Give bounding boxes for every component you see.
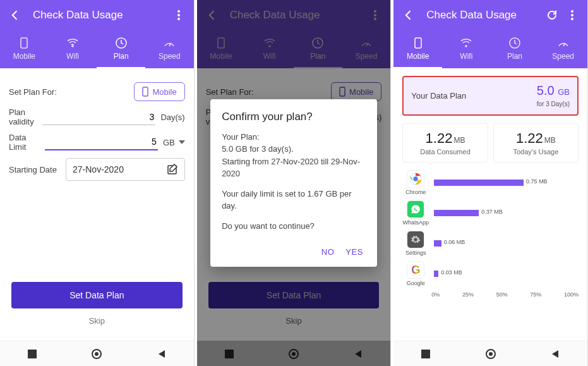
svg-point-0 <box>177 10 180 13</box>
tab-wifi[interactable]: Wifi <box>442 30 491 68</box>
app-row[interactable]: Settings0.06 MB <box>402 231 579 256</box>
skip-button[interactable]: Skip <box>11 308 183 333</box>
dialog-confirm-question: Do you want to continue? <box>222 220 366 233</box>
edit-icon <box>167 164 178 175</box>
stat-consumed: 1.22MB Data Consumed <box>402 123 488 162</box>
dialog-plan-heading: Your Plan: <box>222 131 366 143</box>
tab-plan[interactable]: Plan <box>97 30 145 68</box>
set-data-plan-button[interactable]: Set Data Plan <box>11 282 183 308</box>
dialog-range-line: Starting from 27-Nov-2020 till 29-Nov-20… <box>222 156 366 180</box>
svg-rect-6 <box>143 87 148 96</box>
stat-today: 1.22MB Today's Usage <box>493 123 579 162</box>
tab-mobile[interactable]: Mobile <box>393 30 442 68</box>
chart-axis: 0%25%50%75%100% <box>402 291 579 298</box>
nav-back-icon[interactable] <box>156 348 167 360</box>
overflow-icon[interactable] <box>565 8 580 23</box>
svg-point-22 <box>571 14 573 16</box>
tab-mobile[interactable]: Mobile <box>0 30 49 68</box>
svg-point-4 <box>72 46 73 47</box>
screen-plan-form: Check Data Usage Mobile Wifi Plan Speed … <box>0 0 195 366</box>
plan-icon <box>115 37 128 49</box>
plan-target-chip[interactable]: Mobile <box>134 82 184 101</box>
svg-rect-29 <box>421 350 430 358</box>
data-limit-input[interactable] <box>45 134 158 150</box>
screen-mobile-usage: Check Data Usage Mobile Wifi Plan Speed … <box>393 0 588 366</box>
system-navbar <box>0 341 194 366</box>
back-icon[interactable] <box>8 8 23 23</box>
validity-label: Plan validity <box>9 107 42 126</box>
screen-confirm-dialog: Check Data Usage Mobile Wifi Plan Speed … <box>197 0 392 366</box>
svg-point-21 <box>571 10 573 13</box>
nav-home-icon[interactable] <box>485 348 496 360</box>
refresh-icon[interactable] <box>544 8 560 23</box>
svg-point-28 <box>414 176 418 181</box>
svg-rect-3 <box>21 38 27 48</box>
validity-unit: Day(s) <box>160 113 184 122</box>
dialog-daily-limit: Your daily limit is set to 1.67 GB per d… <box>222 188 366 212</box>
dialog-title: Confirm your plan? <box>222 111 366 123</box>
svg-point-10 <box>95 352 99 356</box>
svg-point-23 <box>571 18 573 20</box>
start-date-label: Starting Date <box>9 165 66 174</box>
app-row[interactable]: WhatsApp0.37 MB <box>402 200 579 226</box>
tab-speed[interactable]: Speed <box>539 30 587 68</box>
dialog-plan-line: 5.0 GB for 3 day(s). <box>222 143 366 156</box>
set-plan-for-label: Set Plan For: <box>9 87 66 97</box>
nav-recent-icon[interactable] <box>420 348 431 360</box>
nav-recent-icon[interactable] <box>27 348 38 360</box>
svg-rect-24 <box>415 38 421 48</box>
tab-speed[interactable]: Speed <box>145 30 194 68</box>
overflow-icon[interactable] <box>171 8 186 23</box>
system-navbar <box>393 341 587 366</box>
plan-card-label: Your Data Plan <box>411 91 466 101</box>
tab-bar: Mobile Wifi Plan Speed <box>0 30 194 68</box>
app-header: Check Data Usage Mobile Wifi Plan Speed <box>0 0 194 68</box>
data-limit-label: Data Limit <box>9 133 45 152</box>
svg-rect-8 <box>28 350 37 358</box>
data-plan-card[interactable]: Your Data Plan 5.0 GB for 3 Day(s) <box>402 76 579 116</box>
confirm-dialog: Confirm your plan? Your Plan: 5.0 GB for… <box>210 99 377 267</box>
app-title: Check Data Usage <box>426 9 539 21</box>
svg-point-2 <box>177 18 180 20</box>
dialog-yes-button[interactable]: YES <box>345 247 363 257</box>
dialog-no-button[interactable]: NO <box>321 247 335 257</box>
tab-wifi[interactable]: Wifi <box>49 30 97 68</box>
app-title: Check Data Usage <box>33 9 166 21</box>
chevron-down-icon <box>179 140 185 144</box>
wifi-icon <box>66 37 79 49</box>
nav-home-icon[interactable] <box>91 348 102 360</box>
start-date-field[interactable]: 27-Nov-2020 <box>66 158 185 181</box>
mobile-icon <box>18 37 30 49</box>
modal-overlay[interactable]: Confirm your plan? Your Plan: 5.0 GB for… <box>197 0 391 366</box>
app-usage-chart: Chrome0.75 MBWhatsApp0.37 MBSettings0.06… <box>402 170 579 286</box>
back-icon[interactable] <box>401 8 416 23</box>
svg-point-31 <box>489 352 493 356</box>
nav-back-icon[interactable] <box>549 348 561 360</box>
svg-point-25 <box>465 46 467 47</box>
app-row[interactable]: GGoogle0.03 MB <box>402 261 579 286</box>
plan-form: Set Plan For: Mobile Plan validity Day(s… <box>0 68 194 282</box>
tab-plan[interactable]: Plan <box>491 30 539 68</box>
data-limit-unit[interactable]: GB <box>163 138 185 147</box>
speed-icon <box>163 37 176 49</box>
app-row[interactable]: Chrome0.75 MB <box>402 170 579 195</box>
svg-point-1 <box>177 14 180 16</box>
validity-input[interactable] <box>42 109 155 125</box>
